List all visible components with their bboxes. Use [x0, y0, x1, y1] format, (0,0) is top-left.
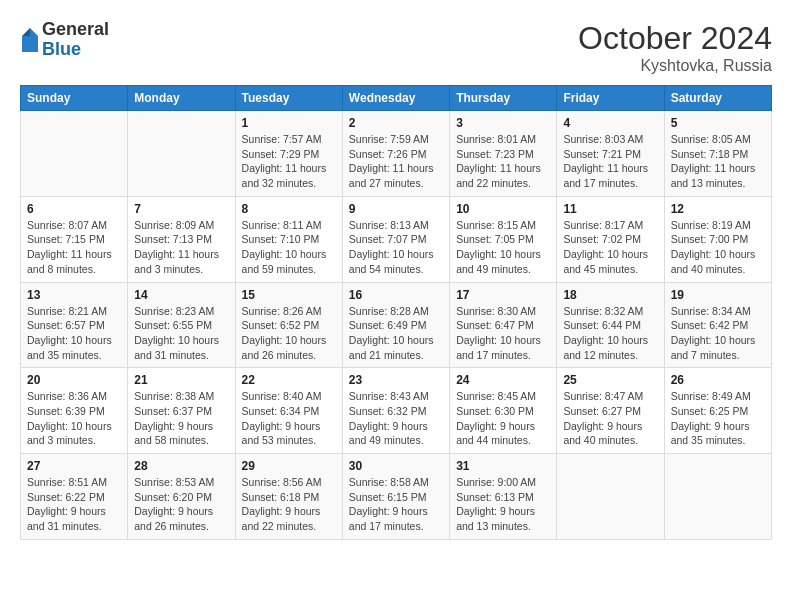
logo-blue-text: Blue [42, 40, 109, 60]
day-number: 21 [134, 373, 228, 387]
calendar-week-row: 20Sunrise: 8:36 AMSunset: 6:39 PMDayligh… [21, 368, 772, 454]
day-info: Sunrise: 8:58 AMSunset: 6:15 PMDaylight:… [349, 475, 443, 534]
day-number: 17 [456, 288, 550, 302]
calendar-cell: 16Sunrise: 8:28 AMSunset: 6:49 PMDayligh… [342, 282, 449, 368]
calendar-cell: 5Sunrise: 8:05 AMSunset: 7:18 PMDaylight… [664, 111, 771, 197]
day-number: 27 [27, 459, 121, 473]
day-info: Sunrise: 8:34 AMSunset: 6:42 PMDaylight:… [671, 304, 765, 363]
day-info: Sunrise: 7:59 AMSunset: 7:26 PMDaylight:… [349, 132, 443, 191]
day-info: Sunrise: 8:21 AMSunset: 6:57 PMDaylight:… [27, 304, 121, 363]
calendar-cell: 28Sunrise: 8:53 AMSunset: 6:20 PMDayligh… [128, 454, 235, 540]
calendar-cell: 1Sunrise: 7:57 AMSunset: 7:29 PMDaylight… [235, 111, 342, 197]
calendar-cell [128, 111, 235, 197]
calendar-cell: 25Sunrise: 8:47 AMSunset: 6:27 PMDayligh… [557, 368, 664, 454]
day-number: 2 [349, 116, 443, 130]
calendar-cell: 12Sunrise: 8:19 AMSunset: 7:00 PMDayligh… [664, 196, 771, 282]
calendar-week-row: 6Sunrise: 8:07 AMSunset: 7:15 PMDaylight… [21, 196, 772, 282]
calendar-cell: 11Sunrise: 8:17 AMSunset: 7:02 PMDayligh… [557, 196, 664, 282]
calendar-cell: 22Sunrise: 8:40 AMSunset: 6:34 PMDayligh… [235, 368, 342, 454]
day-info: Sunrise: 8:36 AMSunset: 6:39 PMDaylight:… [27, 389, 121, 448]
day-number: 10 [456, 202, 550, 216]
calendar-cell: 24Sunrise: 8:45 AMSunset: 6:30 PMDayligh… [450, 368, 557, 454]
day-number: 28 [134, 459, 228, 473]
calendar-cell: 19Sunrise: 8:34 AMSunset: 6:42 PMDayligh… [664, 282, 771, 368]
day-info: Sunrise: 8:17 AMSunset: 7:02 PMDaylight:… [563, 218, 657, 277]
page: General Blue October 2024 Kyshtovka, Rus… [0, 0, 792, 612]
header: General Blue October 2024 Kyshtovka, Rus… [20, 20, 772, 75]
day-number: 16 [349, 288, 443, 302]
day-info: Sunrise: 8:53 AMSunset: 6:20 PMDaylight:… [134, 475, 228, 534]
calendar-cell: 7Sunrise: 8:09 AMSunset: 7:13 PMDaylight… [128, 196, 235, 282]
logo-icon [20, 26, 40, 54]
day-info: Sunrise: 8:07 AMSunset: 7:15 PMDaylight:… [27, 218, 121, 277]
day-info: Sunrise: 8:26 AMSunset: 6:52 PMDaylight:… [242, 304, 336, 363]
day-number: 13 [27, 288, 121, 302]
day-info: Sunrise: 8:15 AMSunset: 7:05 PMDaylight:… [456, 218, 550, 277]
calendar-cell: 6Sunrise: 8:07 AMSunset: 7:15 PMDaylight… [21, 196, 128, 282]
calendar-body: 1Sunrise: 7:57 AMSunset: 7:29 PMDaylight… [21, 111, 772, 540]
day-number: 29 [242, 459, 336, 473]
logo-general-text: General [42, 20, 109, 40]
day-info: Sunrise: 8:56 AMSunset: 6:18 PMDaylight:… [242, 475, 336, 534]
day-number: 1 [242, 116, 336, 130]
col-friday: Friday [557, 86, 664, 111]
day-info: Sunrise: 8:03 AMSunset: 7:21 PMDaylight:… [563, 132, 657, 191]
day-number: 11 [563, 202, 657, 216]
day-number: 8 [242, 202, 336, 216]
day-number: 30 [349, 459, 443, 473]
day-info: Sunrise: 9:00 AMSunset: 6:13 PMDaylight:… [456, 475, 550, 534]
calendar-cell: 8Sunrise: 8:11 AMSunset: 7:10 PMDaylight… [235, 196, 342, 282]
day-number: 15 [242, 288, 336, 302]
day-info: Sunrise: 7:57 AMSunset: 7:29 PMDaylight:… [242, 132, 336, 191]
day-info: Sunrise: 8:32 AMSunset: 6:44 PMDaylight:… [563, 304, 657, 363]
day-info: Sunrise: 8:05 AMSunset: 7:18 PMDaylight:… [671, 132, 765, 191]
col-tuesday: Tuesday [235, 86, 342, 111]
calendar-cell [664, 454, 771, 540]
day-number: 18 [563, 288, 657, 302]
day-number: 19 [671, 288, 765, 302]
day-info: Sunrise: 8:09 AMSunset: 7:13 PMDaylight:… [134, 218, 228, 277]
calendar-cell: 31Sunrise: 9:00 AMSunset: 6:13 PMDayligh… [450, 454, 557, 540]
day-number: 22 [242, 373, 336, 387]
calendar-cell [21, 111, 128, 197]
day-info: Sunrise: 8:13 AMSunset: 7:07 PMDaylight:… [349, 218, 443, 277]
day-number: 5 [671, 116, 765, 130]
day-info: Sunrise: 8:11 AMSunset: 7:10 PMDaylight:… [242, 218, 336, 277]
day-info: Sunrise: 8:30 AMSunset: 6:47 PMDaylight:… [456, 304, 550, 363]
calendar-cell: 23Sunrise: 8:43 AMSunset: 6:32 PMDayligh… [342, 368, 449, 454]
day-info: Sunrise: 8:49 AMSunset: 6:25 PMDaylight:… [671, 389, 765, 448]
calendar-cell: 26Sunrise: 8:49 AMSunset: 6:25 PMDayligh… [664, 368, 771, 454]
title-block: October 2024 Kyshtovka, Russia [578, 20, 772, 75]
day-number: 31 [456, 459, 550, 473]
col-saturday: Saturday [664, 86, 771, 111]
day-number: 7 [134, 202, 228, 216]
calendar-cell: 2Sunrise: 7:59 AMSunset: 7:26 PMDaylight… [342, 111, 449, 197]
calendar-cell: 30Sunrise: 8:58 AMSunset: 6:15 PMDayligh… [342, 454, 449, 540]
calendar-cell: 9Sunrise: 8:13 AMSunset: 7:07 PMDaylight… [342, 196, 449, 282]
calendar-week-row: 27Sunrise: 8:51 AMSunset: 6:22 PMDayligh… [21, 454, 772, 540]
svg-marker-2 [22, 28, 30, 36]
calendar-cell [557, 454, 664, 540]
calendar-cell: 14Sunrise: 8:23 AMSunset: 6:55 PMDayligh… [128, 282, 235, 368]
header-row: Sunday Monday Tuesday Wednesday Thursday… [21, 86, 772, 111]
day-info: Sunrise: 8:40 AMSunset: 6:34 PMDaylight:… [242, 389, 336, 448]
calendar-cell: 15Sunrise: 8:26 AMSunset: 6:52 PMDayligh… [235, 282, 342, 368]
location-title: Kyshtovka, Russia [578, 57, 772, 75]
calendar-cell: 17Sunrise: 8:30 AMSunset: 6:47 PMDayligh… [450, 282, 557, 368]
calendar-cell: 10Sunrise: 8:15 AMSunset: 7:05 PMDayligh… [450, 196, 557, 282]
day-number: 12 [671, 202, 765, 216]
calendar-cell: 18Sunrise: 8:32 AMSunset: 6:44 PMDayligh… [557, 282, 664, 368]
day-info: Sunrise: 8:47 AMSunset: 6:27 PMDaylight:… [563, 389, 657, 448]
calendar-cell: 21Sunrise: 8:38 AMSunset: 6:37 PMDayligh… [128, 368, 235, 454]
day-number: 20 [27, 373, 121, 387]
day-info: Sunrise: 8:01 AMSunset: 7:23 PMDaylight:… [456, 132, 550, 191]
calendar-cell: 29Sunrise: 8:56 AMSunset: 6:18 PMDayligh… [235, 454, 342, 540]
logo: General Blue [20, 20, 109, 60]
logo-text: General Blue [42, 20, 109, 60]
day-number: 6 [27, 202, 121, 216]
svg-marker-1 [22, 36, 38, 52]
calendar-cell: 20Sunrise: 8:36 AMSunset: 6:39 PMDayligh… [21, 368, 128, 454]
day-number: 4 [563, 116, 657, 130]
day-info: Sunrise: 8:43 AMSunset: 6:32 PMDaylight:… [349, 389, 443, 448]
day-info: Sunrise: 8:45 AMSunset: 6:30 PMDaylight:… [456, 389, 550, 448]
